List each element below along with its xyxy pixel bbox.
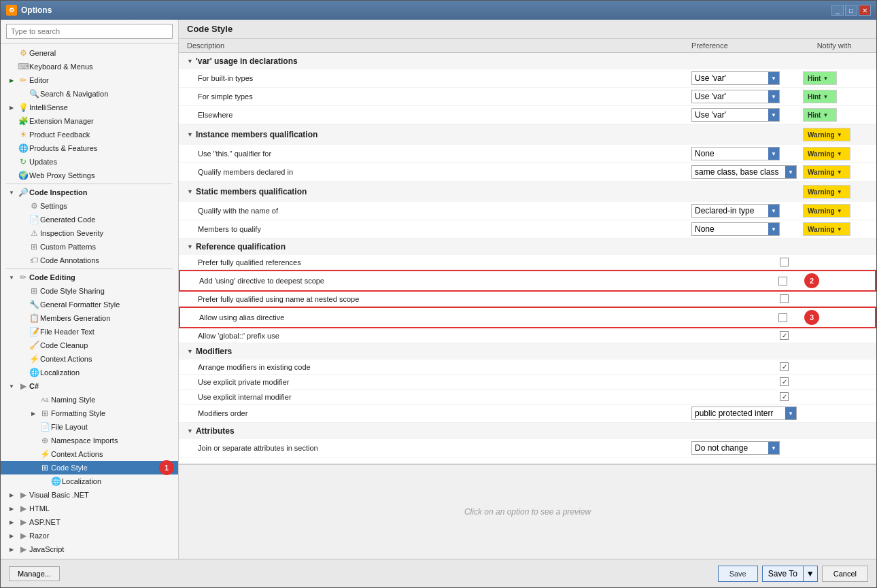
title-bar-left: ⚙ Options xyxy=(6,5,52,16)
warning-static-section[interactable]: Warning ▼ xyxy=(803,185,850,198)
sidebar-item-aspnet[interactable]: ▶ ▶ ASP.NET xyxy=(1,515,178,529)
warning-qualify-members[interactable]: Warning ▼ xyxy=(803,165,850,179)
checkbox-explicit-private[interactable] xyxy=(780,377,789,386)
checkbox-prefer-fully-qualified[interactable] xyxy=(780,258,789,266)
sidebar-item-updates[interactable]: ↻ Updates xyxy=(1,155,178,169)
intellisense-icon: 💡 xyxy=(17,103,29,112)
sidebar-item-prod-features[interactable]: 🌐 Products & Features xyxy=(1,141,178,155)
ce-formatter-icon: 🔧 xyxy=(28,300,40,309)
dropdown-builtin-types[interactable]: Use 'var' ▼ xyxy=(691,71,780,85)
checkbox-add-using[interactable] xyxy=(778,277,787,286)
warning-this-qualifier[interactable]: Warning ▼ xyxy=(803,147,850,160)
save-to-button[interactable]: Save To ▼ xyxy=(762,566,818,582)
dropdown-join-attributes[interactable]: Do not change ▼ xyxy=(691,441,780,455)
manage-button[interactable]: Manage... xyxy=(9,566,60,581)
checkbox-explicit-internal[interactable] xyxy=(780,392,789,401)
sidebar-label-ce-context: Context Actions xyxy=(40,355,92,363)
sidebar-item-ce-cleanup[interactable]: 🧹 Code Cleanup xyxy=(1,339,178,352)
hint-elsewhere[interactable]: Hint ▼ xyxy=(803,108,837,122)
dropdown-this-qualifier-arrow[interactable]: ▼ xyxy=(768,148,779,160)
var-usage-toggle[interactable]: ▼ xyxy=(187,58,193,65)
sidebar-item-ci-severity[interactable]: ⚠ Inspection Severity xyxy=(1,226,178,240)
close-button[interactable]: ✕ xyxy=(859,5,871,16)
sidebar-item-keyboard[interactable]: ⌨ Keyboard & Menus xyxy=(1,60,178,73)
dropdown-simple-types-arrow[interactable]: ▼ xyxy=(768,90,779,103)
instance-members-toggle[interactable]: ▼ xyxy=(187,131,193,138)
modifiers-toggle[interactable]: ▼ xyxy=(187,348,193,355)
row-builtin-types: For built-in types Use 'var' ▼ Hint ▼ xyxy=(179,69,876,88)
dropdown-members-to-qualify-text: None xyxy=(695,224,776,234)
checkbox-arrange-modifiers[interactable] xyxy=(780,362,789,371)
sidebar-item-ci-settings[interactable]: ⚙ Settings xyxy=(1,199,178,213)
sidebar-label-updates: Updates xyxy=(29,158,57,166)
gear-icon: ⚙ xyxy=(17,48,29,58)
dropdown-modifiers-order[interactable]: public protected interr ▼ xyxy=(691,407,797,420)
sidebar-item-general[interactable]: ⚙ General xyxy=(1,46,178,60)
dropdown-builtin-types-arrow[interactable]: ▼ xyxy=(768,72,779,84)
static-members-toggle[interactable]: ▼ xyxy=(187,188,193,195)
sidebar-label-csharp-formatting: Formatting Style xyxy=(51,409,105,417)
cancel-button[interactable]: Cancel xyxy=(822,566,868,582)
warning-qualify-name[interactable]: Warning ▼ xyxy=(803,204,850,218)
sidebar-item-javascript[interactable]: ▶ ▶ JavaScript xyxy=(1,542,178,556)
sidebar-item-code-inspection[interactable]: ▼ 🔎 Code Inspection xyxy=(1,186,178,199)
sidebar-item-code-editing[interactable]: ▼ ✏ Code Editing xyxy=(1,271,178,284)
checkbox-allow-alias[interactable] xyxy=(778,313,787,322)
sidebar-item-ci-gencode[interactable]: 📄 Generated Code xyxy=(1,213,178,226)
sidebar-item-ce-fileheader[interactable]: 📝 File Header Text xyxy=(1,325,178,339)
sidebar-item-csharp-formatting[interactable]: ▶ ⊞ Formatting Style xyxy=(1,407,178,420)
sidebar-item-prod-feedback[interactable]: ☀ Product Feedback xyxy=(1,128,178,141)
sidebar-item-csharp-codestyle[interactable]: ⊞ Code Style 1 xyxy=(1,461,178,474)
attributes-toggle[interactable]: ▼ xyxy=(187,428,193,434)
toggle-javascript: ▶ xyxy=(6,547,17,553)
sidebar-item-editor[interactable]: ▶ ✏ Editor xyxy=(1,73,178,87)
sidebar-item-csharp-ctxactions[interactable]: ⚡ Context Actions xyxy=(1,447,178,461)
sidebar-item-csharp-nsimports[interactable]: ⊕ Namespace Imports xyxy=(1,434,178,447)
sidebar-item-ce-members[interactable]: 📋 Members Generation xyxy=(1,311,178,325)
save-button[interactable]: Save xyxy=(718,566,758,582)
dropdown-elsewhere[interactable]: Use 'var' ▼ xyxy=(691,108,780,122)
hint-builtin-types[interactable]: Hint ▼ xyxy=(803,71,837,85)
sidebar-item-html[interactable]: ▶ ▶ HTML xyxy=(1,502,178,515)
sidebar-item-csharp-localization[interactable]: 🌐 Localization xyxy=(1,474,178,488)
dropdown-qualify-name[interactable]: Declared-in type ▼ xyxy=(691,204,780,218)
sidebar-item-ce-context[interactable]: ⚡ Context Actions xyxy=(1,352,178,366)
sidebar-item-ce-sharing[interactable]: ⊞ Code Style Sharing xyxy=(1,284,178,298)
checkbox-allow-global-prefix[interactable] xyxy=(780,331,789,340)
maximize-button[interactable]: □ xyxy=(845,5,857,16)
checkbox-prefer-fq-nested[interactable] xyxy=(780,294,789,303)
sidebar-item-csharp-naming[interactable]: Aa Naming Style xyxy=(1,393,178,407)
hint-simple-arrow: ▼ xyxy=(823,94,828,100)
dropdown-simple-types[interactable]: Use 'var' ▼ xyxy=(691,90,780,103)
sidebar-item-razor[interactable]: ▶ ▶ Razor xyxy=(1,529,178,542)
dropdown-this-qualifier[interactable]: None ▼ xyxy=(691,147,780,160)
dropdown-modifiers-order-arrow[interactable]: ▼ xyxy=(785,407,796,419)
sidebar-item-vbnet[interactable]: ▶ ▶ Visual Basic .NET xyxy=(1,488,178,502)
sidebar-item-ce-formatter[interactable]: 🔧 General Formatter Style xyxy=(1,298,178,311)
hint-simple-types[interactable]: Hint ▼ xyxy=(803,90,837,103)
dropdown-members-to-qualify-arrow[interactable]: ▼ xyxy=(768,223,779,235)
minimize-button[interactable]: _ xyxy=(831,5,844,16)
sidebar-item-csharp[interactable]: ▼ ▶ C# xyxy=(1,379,178,393)
warning-members-to-qualify[interactable]: Warning ▼ xyxy=(803,222,850,236)
dropdown-members-to-qualify[interactable]: None ▼ xyxy=(691,222,780,236)
warning-instance-section[interactable]: Warning ▼ xyxy=(803,128,850,141)
sidebar-label-ce-members: Members Generation xyxy=(40,314,110,322)
dropdown-qualify-members[interactable]: same class, base class ▼ xyxy=(691,165,797,179)
dropdown-elsewhere-arrow[interactable]: ▼ xyxy=(768,109,779,121)
sidebar-item-ext-manager[interactable]: 🧩 Extension Manager xyxy=(1,114,178,128)
search-bar xyxy=(1,20,178,44)
sidebar-item-intellisense[interactable]: ▶ 💡 IntelliSense xyxy=(1,101,178,114)
search-input[interactable] xyxy=(6,24,173,39)
sidebar-item-search-nav[interactable]: 🔍 Search & Navigation xyxy=(1,87,178,101)
sidebar-item-ci-annotations[interactable]: 🏷 Code Annotations xyxy=(1,254,178,267)
dropdown-qualify-members-arrow[interactable]: ▼ xyxy=(785,166,796,178)
sidebar-item-csharp-filelayout[interactable]: 📄 File Layout xyxy=(1,420,178,434)
sidebar-item-ce-localization[interactable]: 🌐 Localization xyxy=(1,366,178,379)
dropdown-join-attributes-arrow[interactable]: ▼ xyxy=(768,442,779,454)
sidebar-item-web-proxy[interactable]: 🌍 Web Proxy Settings xyxy=(1,169,178,182)
ref-qual-toggle[interactable]: ▼ xyxy=(187,243,193,250)
sidebar-item-ci-patterns[interactable]: ⊞ Custom Patterns xyxy=(1,240,178,254)
dropdown-qualify-name-arrow[interactable]: ▼ xyxy=(768,205,779,217)
save-to-arrow-icon[interactable]: ▼ xyxy=(803,566,817,581)
